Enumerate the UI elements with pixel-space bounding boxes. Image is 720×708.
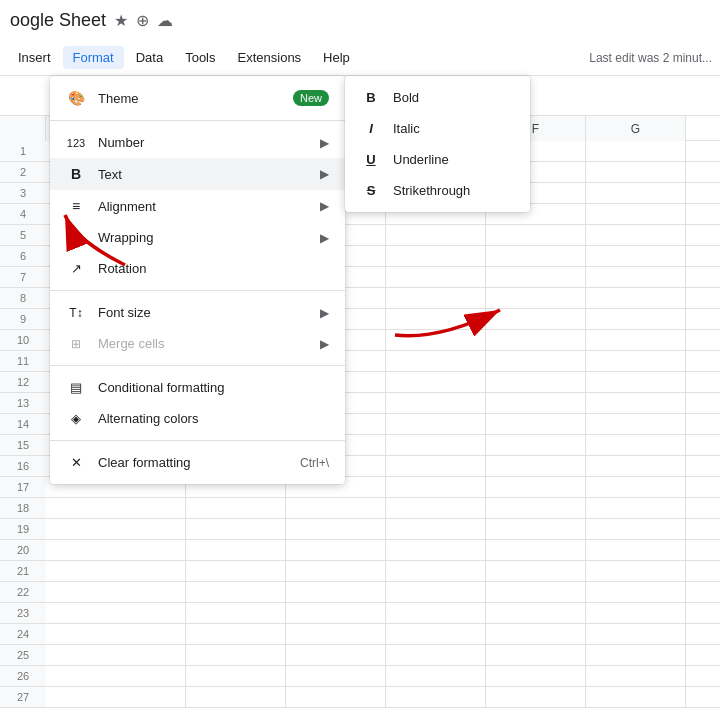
- grid-cell[interactable]: [486, 519, 586, 540]
- grid-cell[interactable]: [286, 561, 386, 582]
- grid-cell[interactable]: [486, 540, 586, 561]
- grid-cell[interactable]: [586, 246, 686, 267]
- grid-cell[interactable]: [586, 666, 686, 687]
- grid-cell[interactable]: [486, 330, 586, 351]
- grid-cell[interactable]: [486, 246, 586, 267]
- menu-format[interactable]: Format: [63, 46, 124, 69]
- table-row[interactable]: 24: [0, 624, 720, 645]
- grid-cell[interactable]: [486, 288, 586, 309]
- grid-cell[interactable]: [586, 162, 686, 183]
- grid-cell[interactable]: [486, 498, 586, 519]
- grid-cell[interactable]: [386, 666, 486, 687]
- grid-cell[interactable]: [586, 204, 686, 225]
- grid-cell[interactable]: [386, 687, 486, 708]
- grid-cell[interactable]: [586, 414, 686, 435]
- grid-cell[interactable]: [386, 603, 486, 624]
- grid-cell[interactable]: [386, 624, 486, 645]
- grid-cell[interactable]: [186, 603, 286, 624]
- grid-cell[interactable]: [286, 582, 386, 603]
- table-row[interactable]: 26: [0, 666, 720, 687]
- grid-cell[interactable]: [586, 498, 686, 519]
- grid-cell[interactable]: [186, 666, 286, 687]
- grid-cell[interactable]: [586, 519, 686, 540]
- grid-cell[interactable]: [186, 519, 286, 540]
- grid-cell[interactable]: [486, 477, 586, 498]
- submenu-item-bold[interactable]: B Bold: [345, 82, 530, 113]
- col-g[interactable]: G: [586, 116, 686, 141]
- grid-cell[interactable]: [586, 309, 686, 330]
- menu-tools[interactable]: Tools: [175, 46, 225, 69]
- grid-cell[interactable]: [386, 561, 486, 582]
- grid-cell[interactable]: [586, 141, 686, 162]
- grid-cell[interactable]: [386, 225, 486, 246]
- grid-cell[interactable]: [586, 330, 686, 351]
- grid-cell[interactable]: [486, 225, 586, 246]
- grid-cell[interactable]: [586, 540, 686, 561]
- grid-cell[interactable]: [386, 456, 486, 477]
- cloud-icon[interactable]: ☁: [157, 11, 173, 30]
- grid-cell[interactable]: [586, 687, 686, 708]
- grid-cell[interactable]: [46, 666, 186, 687]
- submenu-item-underline[interactable]: U Underline: [345, 144, 530, 175]
- grid-cell[interactable]: [586, 267, 686, 288]
- grid-cell[interactable]: [486, 603, 586, 624]
- menu-item-clear[interactable]: ✕ Clear formatting Ctrl+\: [50, 447, 345, 478]
- menu-item-font-size[interactable]: T↕ Font size ▶: [50, 297, 345, 328]
- grid-cell[interactable]: [286, 519, 386, 540]
- grid-cell[interactable]: [586, 456, 686, 477]
- grid-cell[interactable]: [386, 414, 486, 435]
- menu-item-rotation[interactable]: ↗ Rotation: [50, 253, 345, 284]
- submenu-item-italic[interactable]: I Italic: [345, 113, 530, 144]
- grid-cell[interactable]: [586, 393, 686, 414]
- table-row[interactable]: 23: [0, 603, 720, 624]
- table-row[interactable]: 19: [0, 519, 720, 540]
- menu-item-conditional[interactable]: ▤ Conditional formatting: [50, 372, 345, 403]
- grid-cell[interactable]: [386, 540, 486, 561]
- grid-cell[interactable]: [586, 183, 686, 204]
- grid-cell[interactable]: [586, 561, 686, 582]
- menu-item-merge-cells[interactable]: ⊞ Merge cells ▶: [50, 328, 345, 359]
- grid-cell[interactable]: [586, 288, 686, 309]
- grid-cell[interactable]: [286, 624, 386, 645]
- grid-cell[interactable]: [186, 687, 286, 708]
- menu-item-alternating[interactable]: ◈ Alternating colors: [50, 403, 345, 434]
- grid-cell[interactable]: [286, 498, 386, 519]
- grid-cell[interactable]: [186, 498, 286, 519]
- grid-cell[interactable]: [486, 372, 586, 393]
- grid-cell[interactable]: [386, 372, 486, 393]
- grid-cell[interactable]: [586, 582, 686, 603]
- grid-cell[interactable]: [586, 225, 686, 246]
- grid-cell[interactable]: [186, 540, 286, 561]
- grid-cell[interactable]: [46, 540, 186, 561]
- grid-cell[interactable]: [486, 414, 586, 435]
- grid-cell[interactable]: [386, 393, 486, 414]
- menu-help[interactable]: Help: [313, 46, 360, 69]
- table-row[interactable]: 18: [0, 498, 720, 519]
- grid-cell[interactable]: [486, 351, 586, 372]
- grid-cell[interactable]: [286, 645, 386, 666]
- table-row[interactable]: 20: [0, 540, 720, 561]
- grid-cell[interactable]: [386, 309, 486, 330]
- add-icon[interactable]: ⊕: [136, 11, 149, 30]
- grid-cell[interactable]: [386, 351, 486, 372]
- grid-cell[interactable]: [386, 582, 486, 603]
- table-row[interactable]: 22: [0, 582, 720, 603]
- grid-cell[interactable]: [186, 645, 286, 666]
- menu-extensions[interactable]: Extensions: [228, 46, 312, 69]
- grid-cell[interactable]: [486, 645, 586, 666]
- table-row[interactable]: 21: [0, 561, 720, 582]
- grid-cell[interactable]: [386, 645, 486, 666]
- grid-cell[interactable]: [186, 624, 286, 645]
- grid-cell[interactable]: [486, 561, 586, 582]
- grid-cell[interactable]: [386, 477, 486, 498]
- grid-cell[interactable]: [46, 519, 186, 540]
- grid-cell[interactable]: [586, 603, 686, 624]
- grid-cell[interactable]: [386, 330, 486, 351]
- grid-cell[interactable]: [586, 477, 686, 498]
- grid-cell[interactable]: [586, 624, 686, 645]
- grid-cell[interactable]: [386, 246, 486, 267]
- menu-item-alignment[interactable]: ≡ Alignment ▶: [50, 190, 345, 222]
- submenu-item-strikethrough[interactable]: S Strikethrough: [345, 175, 530, 206]
- grid-cell[interactable]: [46, 687, 186, 708]
- grid-cell[interactable]: [586, 372, 686, 393]
